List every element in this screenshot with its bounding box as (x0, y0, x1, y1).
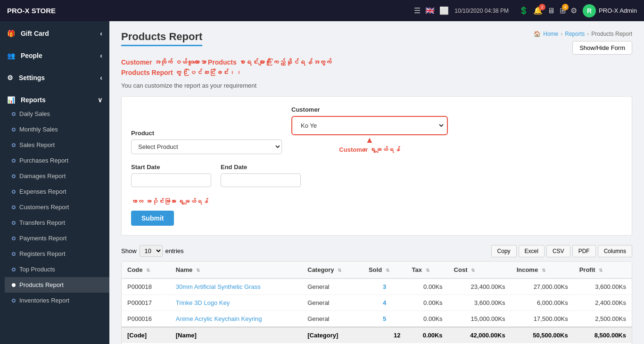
show-hide-form-button[interactable]: Show/Hide Form (572, 41, 632, 55)
dollar-icon[interactable]: 💲 (519, 6, 528, 15)
gift-icon: 🎁 (7, 30, 15, 37)
page-title-wrap: Products Report (121, 31, 202, 46)
cell-name: Anime Acrylic Keychain Keyring (170, 311, 302, 327)
cell-category: General (302, 311, 363, 327)
csv-button[interactable]: CSV (546, 245, 570, 257)
bell-icon[interactable]: 🔔 2 (533, 6, 543, 15)
start-date-input[interactable]: 2020-10-10 09:00 (131, 173, 211, 187)
sidebar-giftcard-section: 🎁 Gift Card ‹ (0, 21, 109, 43)
dates-group: Start Date 2020-10-10 09:00 End Date 202… (131, 164, 301, 187)
breadcrumb-current: Products Report (591, 31, 632, 37)
sidebar-item-monthly-sales[interactable]: Monthly Sales (5, 122, 109, 137)
cell-category: General (302, 295, 363, 311)
col-tax[interactable]: Tax ⇅ (406, 262, 448, 278)
daily-sales-label: Daily Sales (19, 110, 50, 117)
code-sort-icon: ⇅ (146, 268, 150, 273)
col-cost[interactable]: Cost ⇅ (448, 262, 511, 278)
breadcrumb-home-link[interactable]: Home (543, 31, 558, 37)
topnav-icons: ☰ 🇬🇧 ⬜ (414, 6, 449, 15)
breadcrumb: 🏠 Home › Reports › Products Report (534, 31, 632, 37)
sidebar-item-transfers-report[interactable]: Transfers Report (5, 215, 109, 230)
breadcrumb-home-icon: 🏠 (534, 31, 541, 37)
expenses-label: Expenses Report (19, 188, 66, 195)
cell-code: P000017 (122, 295, 170, 311)
top-products-dot (12, 268, 16, 271)
products-report-label: Products Report (19, 281, 64, 288)
col-category[interactable]: Category ⇅ (302, 262, 363, 278)
cell-profit: 2,500.00Ks (574, 311, 632, 327)
sidebar-item-registers-report[interactable]: Registers Report (5, 246, 109, 262)
monthly-sales-label: Monthly Sales (19, 126, 58, 133)
sidebar-settings[interactable]: ⚙ Settings ‹ (0, 69, 109, 84)
sidebar-item-products-report[interactable]: Products Report (5, 277, 109, 293)
sidebar-item-expenses-report[interactable]: Expenses Report (5, 184, 109, 199)
sidebar-item-payments-report[interactable]: Payments Report (5, 230, 109, 246)
submit-row: Submit (131, 206, 622, 226)
breadcrumb-reports-link[interactable]: Reports (565, 31, 585, 37)
cell-sold: 4 (363, 295, 406, 311)
purchases-label: Purchases Report (19, 157, 68, 164)
sidebar-people[interactable]: 👥 People ‹ (0, 47, 109, 62)
cell-sold: 5 (363, 311, 406, 327)
start-date-group: Start Date 2020-10-10 09:00 (131, 164, 211, 187)
square-icon[interactable]: ⬜ (439, 6, 449, 15)
flag-icon[interactable]: 🇬🇧 (425, 6, 435, 15)
columns-button[interactable]: Columns (598, 245, 632, 257)
gear-icon[interactable]: ⚙ (570, 6, 577, 15)
breadcrumb-sep2: › (587, 31, 589, 37)
customer-field-wrap: Ko YeAll Customers (291, 116, 448, 135)
pdf-button[interactable]: PDF (572, 245, 596, 257)
cell-code: P000016 (122, 311, 170, 327)
sidebar-giftcard-label: Gift Card (21, 30, 49, 37)
copy-button[interactable]: Copy (491, 245, 517, 257)
footer-code: [Code] (122, 327, 170, 343)
cell-income: 17,500.00Ks (511, 311, 574, 327)
submit-button[interactable]: Submit (131, 211, 174, 226)
footer-cost: 42,000.00Ks (448, 327, 511, 343)
col-name[interactable]: Name ⇅ (170, 262, 302, 278)
cell-cost: 3,600.00Ks (448, 295, 511, 311)
grid-icon[interactable]: ⊞ 4 (560, 6, 566, 15)
sidebar-item-damages-report[interactable]: Damages Report (5, 168, 109, 184)
col-profit[interactable]: Profit ⇅ (574, 262, 632, 278)
grid-badge: 4 (562, 4, 569, 10)
show-entries-select[interactable]: 10 (140, 245, 163, 257)
inventories-label: Inventories Report (19, 297, 69, 304)
end-date-label: End Date (221, 164, 301, 171)
sidebar-item-top-products[interactable]: Top Products (5, 262, 109, 277)
sidebar-reports[interactable]: 📊 Reports ∨ (0, 91, 109, 106)
sidebar-reports-section: 📊 Reports ∨ Daily Sales Monthly Sales (0, 88, 109, 312)
customer-select[interactable]: Ko YeAll Customers (294, 119, 445, 132)
sidebar-item-sales-report[interactable]: Sales Report (5, 137, 109, 153)
col-income[interactable]: Income ⇅ (511, 262, 574, 278)
cell-cost: 23,400.00Ks (448, 278, 511, 295)
customer-label: Customer (291, 106, 448, 113)
transfers-label: Transfers Report (19, 219, 65, 226)
product-select[interactable]: Select Product (131, 139, 282, 154)
sidebar-people-label: People (21, 52, 42, 59)
excel-button[interactable]: Excel (519, 245, 545, 257)
cell-income: 27,000.00Ks (511, 278, 574, 295)
col-sold[interactable]: Sold ⇅ (363, 262, 406, 278)
menu-icon[interactable]: ☰ (414, 6, 421, 15)
customer-field-group: Customer Ko YeAll Customers Customer ရွေ… (291, 106, 448, 135)
col-code[interactable]: Code ⇅ (122, 262, 170, 278)
cell-profit: 2,400.00Ks (574, 295, 632, 311)
cell-code: P000018 (122, 278, 170, 295)
product-field-group: Product Select Product (131, 130, 282, 154)
sidebar-item-purchases-report[interactable]: Purchases Report (5, 153, 109, 168)
customers-dot (12, 205, 16, 209)
inventories-dot (12, 299, 16, 303)
sidebar-item-customers-report[interactable]: Customers Report (5, 199, 109, 215)
monitor-icon[interactable]: 🖥 (547, 7, 555, 15)
reports-subitems: Daily Sales Monthly Sales Sales Report (0, 106, 109, 308)
end-date-input[interactable]: 2020-10-10 16:37 (221, 173, 301, 187)
sidebar-item-daily-sales[interactable]: Daily Sales (5, 106, 109, 122)
main-layout: 🎁 Gift Card ‹ 👥 People ‹ ⚙ Settings (0, 21, 644, 344)
sidebar-item-inventories-report[interactable]: Inventories Report (5, 293, 109, 308)
registers-dot (12, 252, 16, 256)
top-products-label: Top Products (19, 266, 55, 273)
sidebar-giftcard[interactable]: 🎁 Gift Card ‹ (0, 25, 109, 40)
topnav-user[interactable]: R PRO-X Admin (583, 4, 637, 17)
purchases-dot (12, 159, 16, 163)
